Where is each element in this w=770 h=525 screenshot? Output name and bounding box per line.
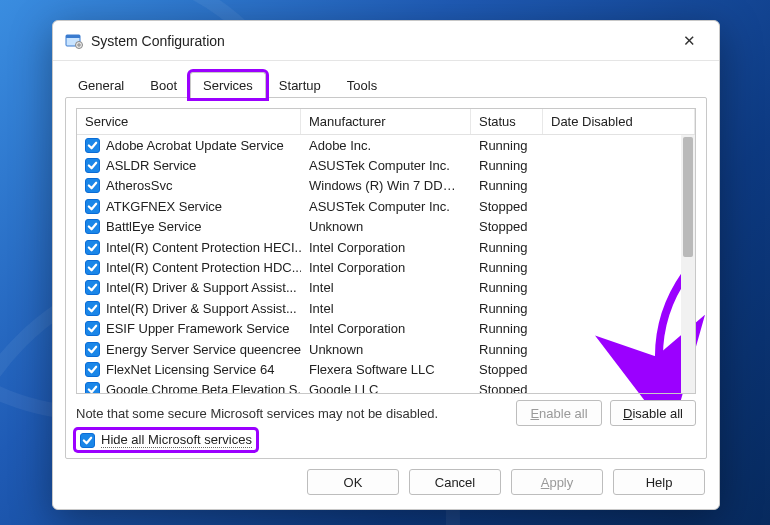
service-status: Running <box>471 260 543 275</box>
close-icon: ✕ <box>683 32 696 50</box>
table-row[interactable]: Intel(R) Driver & Support Assist...Intel… <box>77 298 681 318</box>
enable-all-button[interactable]: Enable all <box>516 400 602 426</box>
msconfig-icon <box>65 32 83 50</box>
table-row[interactable]: AtherosSvcWindows (R) Win 7 DDK p...Runn… <box>77 176 681 196</box>
column-header-status[interactable]: Status <box>471 109 543 134</box>
table-row[interactable]: Google Chrome Beta Elevation S...Google … <box>77 380 681 393</box>
service-manufacturer: Google LLC <box>301 382 471 393</box>
titlebar: System Configuration ✕ <box>53 21 719 61</box>
service-checkbox[interactable] <box>85 362 100 377</box>
service-status: Running <box>471 280 543 295</box>
service-name: AtherosSvc <box>106 178 172 193</box>
tab-services[interactable]: Services <box>190 72 266 98</box>
service-checkbox[interactable] <box>85 219 100 234</box>
vertical-scrollbar[interactable] <box>681 135 695 393</box>
service-name: FlexNet Licensing Service 64 <box>106 362 274 377</box>
tab-general[interactable]: General <box>65 72 137 98</box>
service-checkbox[interactable] <box>85 158 100 173</box>
service-name: Intel(R) Driver & Support Assist... <box>106 280 297 295</box>
service-name: Intel(R) Content Protection HECI... <box>106 240 301 255</box>
table-row[interactable]: ESIF Upper Framework ServiceIntel Corpor… <box>77 319 681 339</box>
table-row[interactable]: ASLDR ServiceASUSTek Computer Inc.Runnin… <box>77 155 681 175</box>
service-checkbox[interactable] <box>85 138 100 153</box>
service-name: Intel(R) Driver & Support Assist... <box>106 301 297 316</box>
hide-all-microsoft-services[interactable]: Hide all Microsoft services <box>76 430 256 450</box>
service-status: Running <box>471 158 543 173</box>
column-header-date-disabled[interactable]: Date Disabled <box>543 109 695 134</box>
listview-header: Service Manufacturer Status Date Disable… <box>77 109 695 135</box>
service-name: ESIF Upper Framework Service <box>106 321 290 336</box>
column-header-manufacturer[interactable]: Manufacturer <box>301 109 471 134</box>
window-title: System Configuration <box>91 33 667 49</box>
column-header-service[interactable]: Service <box>77 109 301 134</box>
service-checkbox[interactable] <box>85 240 100 255</box>
service-manufacturer: ASUSTek Computer Inc. <box>301 158 471 173</box>
tab-boot[interactable]: Boot <box>137 72 190 98</box>
service-manufacturer: Adobe Inc. <box>301 138 471 153</box>
services-listview[interactable]: Service Manufacturer Status Date Disable… <box>76 108 696 394</box>
service-checkbox[interactable] <box>85 280 100 295</box>
service-status: Running <box>471 178 543 193</box>
service-manufacturer: Intel <box>301 280 471 295</box>
note-text: Note that some secure Microsoft services… <box>76 406 516 421</box>
table-row[interactable]: Energy Server Service queencreekUnknownR… <box>77 339 681 359</box>
service-name: Google Chrome Beta Elevation S... <box>106 382 301 393</box>
service-checkbox[interactable] <box>85 321 100 336</box>
service-checkbox[interactable] <box>85 382 100 393</box>
service-manufacturer: Unknown <box>301 342 471 357</box>
table-row[interactable]: Adobe Acrobat Update ServiceAdobe Inc.Ru… <box>77 135 681 155</box>
service-manufacturer: Unknown <box>301 219 471 234</box>
service-checkbox[interactable] <box>85 178 100 193</box>
table-row[interactable]: ATKGFNEX ServiceASUSTek Computer Inc.Sto… <box>77 196 681 216</box>
service-manufacturer: Intel <box>301 301 471 316</box>
service-status: Stopped <box>471 219 543 234</box>
ok-button[interactable]: OK <box>307 469 399 495</box>
help-button[interactable]: Help <box>613 469 705 495</box>
service-name: Intel(R) Content Protection HDC... <box>106 260 301 275</box>
service-name: BattlEye Service <box>106 219 201 234</box>
service-name: ATKGFNEX Service <box>106 199 222 214</box>
service-manufacturer: Windows (R) Win 7 DDK p... <box>301 178 471 193</box>
table-row[interactable]: Intel(R) Content Protection HDC...Intel … <box>77 257 681 277</box>
table-row[interactable]: Intel(R) Driver & Support Assist...Intel… <box>77 278 681 298</box>
dialog-footer: OK Cancel Apply Help <box>53 459 719 509</box>
disable-all-button[interactable]: Disable all <box>610 400 696 426</box>
hide-all-checkbox[interactable] <box>80 433 95 448</box>
close-button[interactable]: ✕ <box>667 26 711 56</box>
service-manufacturer: Intel Corporation <box>301 321 471 336</box>
table-row[interactable]: BattlEye ServiceUnknownStopped <box>77 217 681 237</box>
service-name: Energy Server Service queencreek <box>106 342 301 357</box>
tab-strip: GeneralBootServicesStartupTools <box>53 61 719 97</box>
tab-startup[interactable]: Startup <box>266 72 334 98</box>
service-status: Running <box>471 321 543 336</box>
table-row[interactable]: FlexNet Licensing Service 64Flexera Soft… <box>77 359 681 379</box>
service-status: Stopped <box>471 199 543 214</box>
service-manufacturer: Intel Corporation <box>301 240 471 255</box>
service-manufacturer: Flexera Software LLC <box>301 362 471 377</box>
service-status: Running <box>471 342 543 357</box>
system-configuration-dialog: System Configuration ✕ GeneralBootServic… <box>52 20 720 510</box>
service-status: Running <box>471 240 543 255</box>
hide-all-label: Hide all Microsoft services <box>101 432 252 448</box>
service-checkbox[interactable] <box>85 199 100 214</box>
svg-rect-1 <box>66 35 80 38</box>
service-name: Adobe Acrobat Update Service <box>106 138 284 153</box>
table-row[interactable]: Intel(R) Content Protection HECI...Intel… <box>77 237 681 257</box>
service-status: Running <box>471 301 543 316</box>
apply-button[interactable]: Apply <box>511 469 603 495</box>
service-checkbox[interactable] <box>85 342 100 357</box>
scrollbar-thumb[interactable] <box>683 137 693 257</box>
service-name: ASLDR Service <box>106 158 196 173</box>
cancel-button[interactable]: Cancel <box>409 469 501 495</box>
services-panel: Service Manufacturer Status Date Disable… <box>65 97 707 459</box>
tab-tools[interactable]: Tools <box>334 72 390 98</box>
service-manufacturer: Intel Corporation <box>301 260 471 275</box>
service-checkbox[interactable] <box>85 301 100 316</box>
service-status: Stopped <box>471 382 543 393</box>
service-status: Running <box>471 138 543 153</box>
listview-body: Adobe Acrobat Update ServiceAdobe Inc.Ru… <box>77 135 695 393</box>
service-checkbox[interactable] <box>85 260 100 275</box>
service-manufacturer: ASUSTek Computer Inc. <box>301 199 471 214</box>
service-status: Stopped <box>471 362 543 377</box>
